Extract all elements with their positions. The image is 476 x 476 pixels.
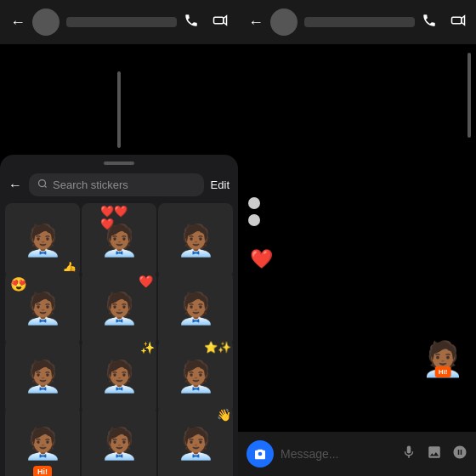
sticker-cell-5[interactable]: 🧑🏾‍💼 ❤️ — [82, 271, 156, 346]
hi-badge-10: Hi! — [33, 466, 52, 476]
edit-button[interactable]: Edit — [211, 178, 230, 191]
right-scroll-bar — [468, 53, 471, 138]
right-back-button[interactable]: ← — [248, 14, 264, 31]
sticker-cell-2[interactable]: 🧑🏾‍💼 ❤️❤️❤️ — [82, 203, 156, 278]
dot-2 — [248, 214, 260, 226]
panel-handle — [104, 162, 134, 165]
left-avatar — [32, 8, 60, 36]
sticker-cell-10[interactable]: 🧑🏾‍💼 Hi! — [5, 406, 80, 476]
svg-marker-5 — [462, 16, 465, 26]
right-call-icon[interactable] — [422, 13, 437, 31]
mic-icon[interactable] — [401, 445, 416, 463]
left-contact-name — [66, 17, 177, 27]
sticker-cell-7[interactable]: 🧑🏾‍💼 — [5, 339, 80, 414]
dot-1 — [248, 197, 260, 209]
sticker-grid: 🧑🏾‍💼 👍 🧑🏾‍💼 ❤️❤️❤️ 🧑🏾‍💼 🧑🏾‍💼 😍 🧑🏾‍💼 ❤️ — [0, 200, 238, 476]
sticker-cell-8[interactable]: 🧑🏾‍💼 ✨ — [82, 339, 156, 414]
svg-line-3 — [44, 185, 46, 187]
sticker-cell-12[interactable]: 🧑🏾‍💼 👋 — [158, 406, 233, 476]
camera-button[interactable] — [246, 440, 274, 468]
search-icon — [37, 178, 48, 191]
search-input-wrapper[interactable]: Search stickers — [29, 173, 204, 196]
left-top-bar: ← — [0, 0, 238, 44]
sticker-panel: ← Search stickers Edit 🧑🏾‍💼 👍 🧑🏾‍💼 ❤️❤️❤… — [0, 155, 238, 476]
heart-reaction: ❤️ — [250, 248, 273, 270]
sticker-back-button[interactable]: ← — [8, 178, 22, 193]
sticker-cell-1[interactable]: 🧑🏾‍💼 👍 — [5, 203, 80, 278]
svg-rect-0 — [214, 17, 224, 24]
floating-hi-badge: Hi! — [435, 366, 451, 377]
left-scroll-bar — [117, 71, 121, 148]
left-panel: ← ← Search stickers Edit — [0, 0, 238, 476]
left-video-area — [0, 44, 238, 155]
call-icon[interactable] — [184, 13, 199, 31]
svg-marker-1 — [224, 16, 227, 26]
right-contact-name — [304, 17, 415, 27]
story-dots — [248, 197, 260, 226]
right-main-area: ❤️ 🧑🏾‍💼 Hi! — [238, 44, 476, 432]
svg-point-2 — [39, 180, 46, 187]
floating-sticker-area: 🧑🏾‍💼 Hi! — [422, 339, 464, 379]
left-back-button[interactable]: ← — [10, 14, 26, 31]
sticker-cell-6[interactable]: 🧑🏾‍💼 — [158, 271, 233, 346]
message-action-icons — [401, 445, 468, 463]
left-top-icons — [184, 13, 228, 31]
search-placeholder-text: Search stickers — [53, 178, 128, 191]
sticker-icon[interactable] — [452, 445, 468, 463]
message-bar: Message... — [238, 432, 476, 476]
right-video-icon[interactable] — [450, 13, 466, 31]
svg-rect-4 — [452, 17, 462, 24]
sticker-cell-3[interactable]: 🧑🏾‍💼 — [158, 203, 233, 278]
message-input[interactable]: Message... — [280, 447, 394, 461]
right-avatar — [270, 8, 298, 36]
video-icon[interactable] — [212, 13, 228, 31]
right-top-bar: ← — [238, 0, 476, 44]
right-top-icons — [422, 13, 466, 31]
sticker-cell-4[interactable]: 🧑🏾‍💼 😍 — [5, 271, 80, 346]
sticker-search-bar: ← Search stickers Edit — [0, 170, 238, 200]
image-icon[interactable] — [427, 445, 442, 463]
right-panel: ← ❤️ 🧑🏾‍💼 Hi! Message.. — [238, 0, 476, 476]
sticker-cell-11[interactable]: 🧑🏾‍💼 — [82, 406, 156, 476]
sticker-cell-9[interactable]: 🧑🏾‍💼 ⭐✨ — [158, 339, 233, 414]
